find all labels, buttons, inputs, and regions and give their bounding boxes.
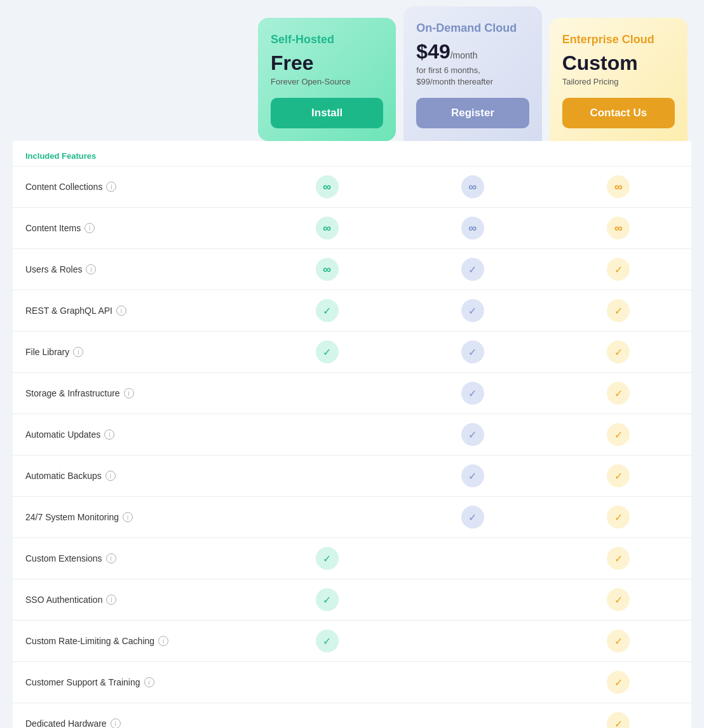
info-icon[interactable]: i bbox=[86, 264, 96, 274]
self-hosted-price: Free bbox=[271, 51, 383, 75]
feature-name-label: Customer Support & Trainingi bbox=[13, 668, 254, 696]
feature-name-label: Automatic Updatesi bbox=[13, 421, 254, 448]
feature-cell-blue: ✓ bbox=[400, 373, 545, 414]
feature-name-text: Storage & Infrastructure bbox=[25, 388, 120, 398]
feature-cell-yellow: ✓ bbox=[546, 579, 691, 620]
feature-name-label: File Libraryi bbox=[13, 338, 254, 366]
feature-cell-blue bbox=[400, 549, 545, 567]
info-icon[interactable]: i bbox=[105, 471, 116, 481]
on-demand-card-inner: On-Demand Cloud $49/month for first 6 mo… bbox=[403, 6, 541, 141]
check-icon-green: ✓ bbox=[316, 630, 339, 652]
infinity-icon-green: ∞ bbox=[316, 175, 339, 198]
feature-row: Custom Extensionsi✓✓ bbox=[13, 537, 691, 579]
info-icon[interactable]: i bbox=[106, 553, 116, 563]
feature-cell-blue bbox=[400, 673, 545, 691]
feature-cell-blue: ✓ bbox=[400, 455, 545, 496]
infinity-icon-blue: ∞ bbox=[461, 217, 484, 239]
feature-cell-yellow: ∞ bbox=[546, 166, 691, 207]
enterprise-plan-name: Enterprise Cloud bbox=[562, 33, 675, 46]
feature-cell-green: ✓ bbox=[254, 332, 400, 372]
feature-cell-blue bbox=[400, 591, 545, 609]
feature-row: Customer Support & Trainingi✓ bbox=[13, 661, 691, 703]
self-hosted-card-inner: Self-Hosted Free Forever Open-Source Ins… bbox=[258, 18, 396, 141]
feature-cell-yellow: ✓ bbox=[546, 455, 691, 496]
check-icon-green: ✓ bbox=[316, 340, 339, 363]
info-icon[interactable]: i bbox=[104, 429, 114, 440]
feature-row: Content Collectionsi∞∞∞ bbox=[13, 166, 691, 207]
self-hosted-plan-card: Self-Hosted Free Forever Open-Source Ins… bbox=[254, 18, 400, 141]
info-icon[interactable]: i bbox=[106, 182, 116, 192]
check-icon-yellow: ✓ bbox=[607, 588, 630, 611]
info-icon[interactable]: i bbox=[158, 636, 168, 646]
check-icon-yellow: ✓ bbox=[607, 547, 630, 570]
feature-name-label: Custom Rate-Limiting & Cachingi bbox=[13, 627, 254, 655]
on-demand-price-amount: $49 bbox=[416, 40, 450, 63]
enterprise-price: Custom bbox=[562, 51, 675, 75]
feature-cell-yellow: ✓ bbox=[546, 332, 691, 372]
self-hosted-install-button[interactable]: Install bbox=[271, 98, 383, 128]
feature-cell-blue: ✓ bbox=[400, 249, 545, 290]
on-demand-register-button[interactable]: Register bbox=[416, 98, 529, 128]
features-col-ec bbox=[546, 151, 691, 161]
feature-cell-green: ∞ bbox=[254, 166, 400, 207]
feature-name-label: Users & Rolesi bbox=[13, 255, 254, 283]
info-icon[interactable]: i bbox=[124, 388, 134, 398]
check-icon-yellow: ✓ bbox=[607, 258, 630, 281]
feature-name-text: SSO Authentication bbox=[25, 595, 102, 605]
feature-name-label: Storage & Infrastructurei bbox=[13, 379, 254, 407]
feature-row: Users & Rolesi∞✓✓ bbox=[13, 248, 691, 290]
feature-cell-green: ✓ bbox=[254, 538, 400, 579]
feature-name-text: REST & GraphQL API bbox=[25, 306, 112, 316]
check-icon-yellow: ✓ bbox=[607, 712, 630, 728]
info-icon[interactable]: i bbox=[85, 223, 95, 233]
feature-cell-yellow: ✓ bbox=[546, 290, 691, 331]
check-icon-blue: ✓ bbox=[461, 464, 484, 487]
check-icon-blue: ✓ bbox=[461, 340, 484, 363]
on-demand-plan-name: On-Demand Cloud bbox=[416, 22, 529, 35]
check-icon-yellow: ✓ bbox=[607, 423, 630, 446]
feature-cell-yellow: ✓ bbox=[546, 538, 691, 579]
check-icon-yellow: ✓ bbox=[607, 630, 630, 652]
enterprise-plan-card: Enterprise Cloud Custom Tailored Pricing… bbox=[546, 18, 691, 141]
info-icon[interactable]: i bbox=[123, 512, 133, 522]
feature-name-text: File Library bbox=[25, 347, 69, 357]
feature-name-label: Dedicated Hardwarei bbox=[13, 710, 254, 728]
feature-cell-green: ∞ bbox=[254, 208, 400, 248]
check-icon-yellow: ✓ bbox=[607, 671, 630, 694]
feature-cell-blue: ✓ bbox=[400, 290, 545, 331]
feature-cell-yellow: ✓ bbox=[546, 249, 691, 290]
feature-cell-yellow: ✓ bbox=[546, 414, 691, 455]
enterprise-subtitle: Tailored Pricing bbox=[562, 76, 675, 88]
infinity-icon-green: ∞ bbox=[316, 258, 339, 281]
check-icon-blue: ✓ bbox=[461, 382, 484, 405]
features-col-od bbox=[400, 151, 545, 161]
feature-name-label: Content Collectionsi bbox=[13, 173, 254, 201]
feature-cell-blue: ∞ bbox=[400, 208, 545, 248]
check-icon-yellow: ✓ bbox=[607, 299, 630, 322]
enterprise-contact-button[interactable]: Contact Us bbox=[562, 98, 675, 128]
feature-cell-blue: ✓ bbox=[400, 497, 545, 537]
feature-cell-blue: ✓ bbox=[400, 414, 545, 455]
feature-name-label: REST & GraphQL APIi bbox=[13, 297, 254, 325]
info-icon[interactable]: i bbox=[73, 347, 83, 357]
check-icon-green: ✓ bbox=[316, 588, 339, 611]
included-features-label: Included Features bbox=[13, 151, 254, 161]
feature-name-label: Automatic Backupsi bbox=[13, 462, 254, 490]
feature-row: Automatic Updatesi✓✓ bbox=[13, 414, 691, 455]
feature-name-label: 24/7 System Monitoringi bbox=[13, 503, 254, 531]
feature-name-text: Dedicated Hardware bbox=[25, 718, 107, 728]
info-icon[interactable]: i bbox=[144, 677, 154, 687]
feature-cell-blue: ✓ bbox=[400, 332, 545, 372]
check-icon-yellow: ✓ bbox=[607, 382, 630, 405]
feature-row: Storage & Infrastructurei✓✓ bbox=[13, 372, 691, 414]
feature-cell-green bbox=[254, 508, 400, 526]
feature-cell-green bbox=[254, 426, 400, 443]
feature-row: REST & GraphQL APIi✓✓✓ bbox=[13, 290, 691, 331]
info-icon[interactable]: i bbox=[116, 306, 126, 316]
feature-cell-green bbox=[254, 673, 400, 691]
info-icon[interactable]: i bbox=[106, 595, 116, 605]
info-icon[interactable]: i bbox=[111, 718, 121, 728]
feature-cell-green bbox=[254, 715, 400, 728]
feature-name-label: SSO Authenticationi bbox=[13, 586, 254, 614]
features-list: Content Collectionsi∞∞∞Content Itemsi∞∞∞… bbox=[13, 166, 691, 728]
